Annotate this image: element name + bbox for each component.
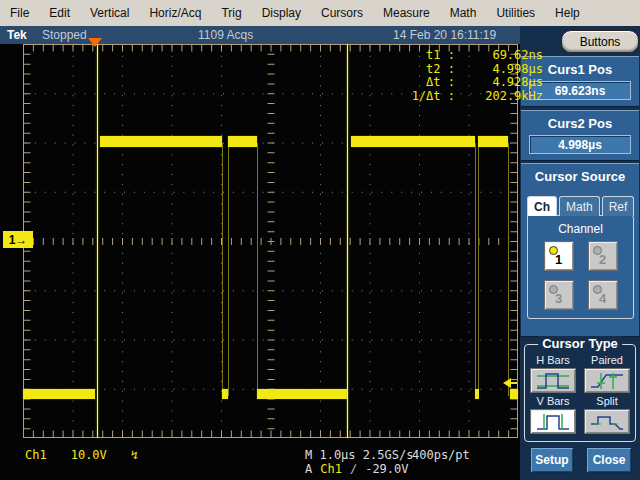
tab-ref[interactable]: Ref bbox=[602, 196, 635, 216]
menu-vertical[interactable]: Vertical bbox=[80, 0, 139, 26]
datetime: 14 Feb 20 16:11:19 bbox=[393, 28, 496, 42]
waveform-segment bbox=[478, 136, 508, 147]
channel-buttons: 1 2 3 4 bbox=[528, 241, 633, 310]
split-icon bbox=[589, 412, 625, 432]
split-label: Split bbox=[583, 395, 631, 407]
channel-readout: Ch1 10.0V ↯ bbox=[25, 448, 138, 462]
paired-icon bbox=[589, 371, 625, 391]
waveform-edge bbox=[228, 143, 229, 396]
waveform-segment bbox=[228, 136, 257, 147]
waveform-segment bbox=[222, 389, 228, 399]
h-bars-label: H Bars bbox=[529, 354, 577, 366]
waveform-segment bbox=[257, 389, 347, 399]
left-arrow-icon bbox=[503, 378, 511, 388]
oscilloscope-screen: FileEditVerticalHoriz/AcqTrigDisplayCurs… bbox=[0, 0, 640, 480]
trigger-readout: A Ch1 ∕ -29.0V bbox=[305, 462, 409, 476]
rising-slope-icon: ∕ bbox=[350, 462, 357, 476]
waveform-segment bbox=[475, 389, 479, 399]
curs1-pos-value[interactable]: 69.623ns bbox=[529, 81, 631, 100]
status-bar: Tek Stopped 1109 Acqs 14 Feb 20 16:11:19 bbox=[0, 26, 520, 44]
waveform-edge bbox=[222, 143, 223, 396]
trigger-level-arrow[interactable] bbox=[503, 378, 517, 388]
menu-measure[interactable]: Measure bbox=[373, 0, 440, 26]
channel-color-dot bbox=[549, 246, 558, 255]
tab-math[interactable]: Math bbox=[559, 196, 600, 216]
cursor-type-group: Cursor Type H Bars Paired bbox=[524, 344, 636, 442]
v-bars-button[interactable] bbox=[530, 409, 576, 434]
v-bar-cursor-1[interactable] bbox=[97, 44, 98, 438]
trigger-source: Ch1 bbox=[320, 462, 342, 476]
curs2-pos-section: Curs2 Pos 4.998µs bbox=[521, 110, 639, 161]
h-bars-icon bbox=[535, 371, 571, 391]
close-button[interactable]: Close bbox=[586, 447, 632, 473]
split-button[interactable] bbox=[584, 409, 630, 434]
waveform-segment bbox=[351, 136, 475, 147]
trigger-position-marker[interactable] bbox=[88, 38, 102, 47]
channel-4-button[interactable]: 4 bbox=[588, 280, 618, 310]
waveform-segment bbox=[510, 389, 518, 399]
waveform-edge bbox=[508, 143, 509, 396]
graticule: t1 : 69.62ns t2 : 4.998µs Δt : 4.928µs 1… bbox=[23, 44, 518, 438]
trigger-mode-label: A bbox=[305, 462, 312, 476]
delta-t-value: 4.928µs bbox=[459, 76, 543, 90]
inv-delta-t-value: 202.9kHz bbox=[459, 90, 543, 104]
trigger-level-value: -29.0V bbox=[365, 462, 408, 476]
inv-delta-t-label: 1/Δt : bbox=[397, 90, 455, 104]
waveform-segment bbox=[100, 136, 222, 147]
paired-label: Paired bbox=[583, 354, 631, 366]
channel-2-button[interactable]: 2 bbox=[588, 241, 618, 271]
t2-label: t2 : bbox=[397, 63, 455, 77]
v-bars-label: V Bars bbox=[529, 395, 577, 407]
coupling-icon: ↯ bbox=[131, 448, 138, 462]
cursor-type-options: H Bars Paired V Bars Split bbox=[525, 345, 635, 434]
t2-value: 4.998µs bbox=[459, 63, 543, 77]
tab-ch[interactable]: Ch bbox=[527, 196, 557, 216]
acquisition-count: 1109 Acqs bbox=[198, 28, 253, 42]
tek-logo: Tek bbox=[7, 28, 27, 42]
menu-display[interactable]: Display bbox=[252, 0, 311, 26]
acquisition-state: Stopped bbox=[42, 28, 87, 42]
menu-help[interactable]: Help bbox=[545, 0, 590, 26]
channel-1-marker[interactable]: 1→ bbox=[3, 231, 33, 248]
waveform-edge bbox=[475, 143, 476, 396]
channel-scale: 10.0V bbox=[71, 448, 107, 462]
channel-3-button[interactable]: 3 bbox=[544, 280, 574, 310]
channel-1-button[interactable]: 1 bbox=[544, 241, 574, 271]
menu-math[interactable]: Math bbox=[440, 0, 487, 26]
t1-value: 69.62ns bbox=[459, 49, 543, 63]
source-tabs: Ch Math Ref bbox=[527, 196, 634, 216]
waveform-edge bbox=[257, 143, 258, 396]
paired-button[interactable] bbox=[584, 368, 630, 393]
cursor-type-title: Cursor Type bbox=[538, 336, 622, 351]
waveform-edge bbox=[478, 143, 479, 396]
timebase-readout: M 1.0µs 2.5GS/s bbox=[305, 448, 413, 462]
resolution-readout: 400ps/pt bbox=[412, 448, 470, 462]
waveform-segment bbox=[23, 389, 95, 399]
menu-bar: FileEditVerticalHoriz/AcqTrigDisplayCurs… bbox=[0, 0, 640, 27]
waveform-display: t1 : 69.62ns t2 : 4.998µs Δt : 4.928µs 1… bbox=[0, 44, 520, 480]
curs2-pos-value[interactable]: 4.998µs bbox=[529, 135, 631, 154]
menu-horiz-acq[interactable]: Horiz/Acq bbox=[139, 0, 211, 26]
v-bar-cursor-2[interactable] bbox=[347, 44, 348, 438]
channel-color-dot bbox=[593, 285, 602, 294]
menu-utilities[interactable]: Utilities bbox=[486, 0, 545, 26]
menu-cursors[interactable]: Cursors bbox=[311, 0, 373, 26]
t1-label: t1 : bbox=[397, 49, 455, 63]
channel-tab-panel: Channel 1 2 3 bbox=[527, 215, 634, 319]
channel-group-label: Channel bbox=[528, 222, 633, 236]
v-bars-icon bbox=[535, 412, 571, 432]
channel-label: Ch1 bbox=[25, 448, 47, 462]
cursor-source-title: Cursor Source bbox=[521, 169, 639, 184]
buttons-button[interactable]: Buttons bbox=[561, 30, 639, 53]
menu-file[interactable]: File bbox=[0, 0, 39, 26]
cursor-source-section: Cursor Source Ch Math Ref Channel 1 2 bbox=[521, 163, 639, 337]
cursor-readout: t1 : 69.62ns t2 : 4.998µs Δt : 4.928µs 1… bbox=[397, 49, 543, 103]
setup-button[interactable]: Setup bbox=[530, 447, 574, 473]
channel-color-dot bbox=[549, 285, 558, 294]
h-bars-button[interactable] bbox=[530, 368, 576, 393]
menu-edit[interactable]: Edit bbox=[39, 0, 80, 26]
arrow-tail bbox=[511, 382, 517, 384]
curs2-pos-title: Curs2 Pos bbox=[521, 116, 639, 131]
menu-trig[interactable]: Trig bbox=[211, 0, 251, 26]
delta-t-label: Δt : bbox=[397, 76, 455, 90]
